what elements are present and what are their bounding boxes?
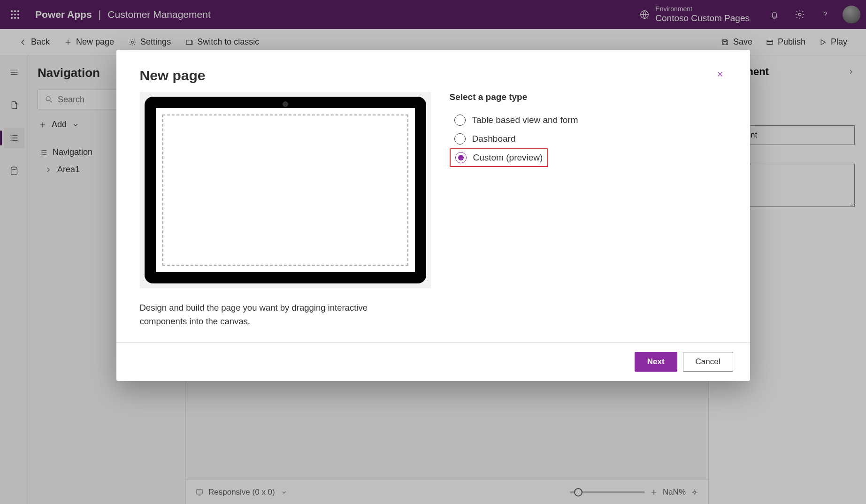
page-type-list: Table based view and formDashboardCustom… (450, 111, 727, 167)
page-type-option-2[interactable]: Custom (preview) (450, 148, 549, 167)
radio-label: Dashboard (472, 134, 516, 144)
preview-frame (140, 92, 431, 288)
modal-title: New page (140, 68, 206, 84)
radio-indicator (454, 115, 466, 126)
options-title: Select a page type (450, 92, 727, 102)
modal-overlay: New page Design and build the page you w… (0, 0, 866, 504)
radio-label: Custom (preview) (473, 153, 543, 163)
page-type-option-1[interactable]: Dashboard (450, 130, 727, 148)
preview-description: Design and build the page you want by dr… (140, 301, 403, 328)
radio-label: Table based view and form (472, 115, 578, 125)
next-button[interactable]: Next (635, 352, 677, 372)
radio-indicator (455, 152, 467, 163)
modal-close-button[interactable] (713, 68, 727, 81)
tablet-preview (145, 97, 426, 283)
cancel-button[interactable]: Cancel (683, 352, 733, 372)
close-icon (716, 70, 724, 78)
new-page-modal: New page Design and build the page you w… (116, 50, 750, 381)
modal-footer: Next Cancel (116, 342, 750, 381)
radio-indicator (454, 133, 466, 145)
page-type-option-0[interactable]: Table based view and form (450, 111, 727, 130)
